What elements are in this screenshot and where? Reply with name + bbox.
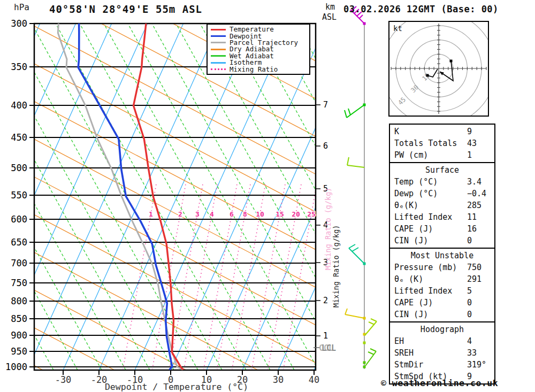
mixing-ratio-value: 20 (292, 210, 300, 218)
wind-barb-dot (363, 342, 366, 344)
wet-adiabat-line (128, 24, 318, 370)
table-row-value: 319° (467, 359, 486, 371)
table-row-value: 1 (467, 149, 472, 161)
table-row-value: 5 (467, 285, 472, 297)
table-row-value: −0.4 (467, 188, 486, 199)
km-tick-label: 2 (323, 296, 328, 305)
mixing-ratio-value: 3 (195, 210, 200, 218)
wet-adiabat-line (152, 24, 342, 370)
x-tick-label: 40 (309, 374, 319, 385)
legend-label: Mixing Ratio (230, 66, 278, 73)
wind-barb (345, 110, 347, 118)
table-row-value: 43 (467, 137, 477, 149)
table-section-header: Surface (390, 164, 494, 176)
mixing-ratio-value: 15 (276, 210, 284, 218)
table-row: Dewp (°C)−0.4 (390, 188, 494, 199)
pressure-tick-label: 850 (11, 313, 27, 324)
isotherm-line (171, 24, 327, 370)
pressure-tick-label: 950 (11, 346, 27, 357)
table-section: K9Totals Totals43PW (cm)1 (390, 125, 494, 162)
wind-barb (349, 248, 364, 264)
wind-barb (345, 309, 347, 314)
table-row-value: 285 (467, 199, 482, 211)
table-row-label: K (394, 127, 399, 136)
wind-barb-column (345, 6, 377, 369)
lcl-marker: CCL LCL (319, 343, 351, 353)
table-row: SREH33 (390, 347, 494, 359)
sounding-curves (58, 24, 183, 370)
pressure-tick-label: 700 (11, 258, 27, 268)
legend-swatch-dewpoint (211, 35, 226, 37)
table-row-value: 9 (467, 126, 472, 137)
table-row: PW (cm)1 (390, 149, 494, 161)
table-row: θₑ(K)285 (390, 199, 494, 211)
table-row-value: 0 (467, 235, 472, 247)
pressure-tick-label: 600 (11, 214, 27, 225)
table-row-label: CAPE (J) (394, 224, 433, 234)
pressure-tick-label: 500 (11, 163, 27, 173)
table-row-label: θₑ (K) (394, 274, 423, 284)
km-tick-label: 6 (323, 141, 328, 151)
hodograph-dot (426, 74, 429, 77)
mixing-ratio-labels: 12346810152025 (149, 210, 316, 218)
mixing-ratio-axis-label-pink: Mixing Ratio (g/kg) (324, 188, 332, 270)
isotherm-line (207, 24, 363, 370)
pressure-tick-label: 450 (11, 132, 27, 143)
wind-barb (368, 352, 374, 355)
mixing-ratio-value: 25 (307, 210, 316, 218)
table-row: Pressure (mb)750 (390, 262, 494, 273)
table-row-value: 4 (467, 335, 472, 347)
table-row: CAPE (J)16 (390, 223, 494, 235)
table-row-label: Lifted Index (394, 212, 452, 222)
pressure-tick-label: 350 (11, 62, 27, 72)
table-row-value: 33 (467, 347, 477, 359)
wet-adiabat-line (80, 24, 270, 370)
table-row: θₑ (K)291 (390, 273, 494, 285)
lcl-label: LCL (322, 343, 336, 353)
table-row-label: CAPE (J) (394, 298, 433, 308)
station-title: 40°58'N 28°49'E 55m ASL (37, 3, 214, 15)
km-tick-label: 7 (323, 100, 328, 110)
table-row-label: CIN (J) (394, 310, 428, 319)
table-row-value: 0 (467, 309, 472, 320)
isotherm-line (63, 24, 219, 370)
pressure-tick-label: 300 (11, 18, 27, 29)
skewt-page: 3003504004505005506006507007508008509009… (0, 0, 535, 392)
wind-barb (347, 157, 349, 165)
wind-barb (369, 322, 374, 325)
table-row-label: Lifted Index (394, 286, 452, 296)
isotherm-line (135, 24, 291, 370)
legend-swatch-dry-adiabat (211, 49, 226, 50)
copyright: © weatheronline.co.uk (381, 378, 498, 388)
table-row: Temp (°C)3.4 (390, 176, 494, 188)
pressure-tick-label: 800 (11, 296, 27, 306)
km-tick-label: 1 (323, 331, 328, 341)
wind-barb-dot (363, 362, 366, 364)
table-row-label: Pressure (mb) (394, 263, 457, 272)
pressure-tick-label: 1000 (5, 362, 27, 372)
table-row-label: EH (394, 336, 404, 346)
hodograph: 153045kt (381, 11, 496, 126)
wind-barb (371, 319, 377, 321)
wind-barb (352, 248, 358, 251)
wind-barb-dot (363, 104, 366, 106)
legend-box: TemperatureDewpointParcel TrajectoryDry … (207, 24, 310, 75)
pressure-tick-label: 550 (11, 190, 27, 201)
pressure-tick-label: 650 (11, 237, 27, 248)
table-row-label: Totals Totals (394, 139, 457, 148)
table-section-header: Hodograph (390, 324, 494, 335)
table-row: K9 (390, 126, 494, 137)
wind-barb-dot (363, 22, 366, 25)
x-axis-title: Dewpoint / Temperature (°C) (70, 382, 284, 392)
legend-swatch-wet-adiabat (211, 55, 226, 57)
table-row-label: PW (cm) (394, 150, 428, 160)
wet-adiabat-line (7, 24, 198, 370)
hodograph-dot (450, 60, 453, 63)
table-row: EH4 (390, 335, 494, 347)
wind-barb-dot (363, 317, 366, 320)
wet-adiabat-line (104, 24, 294, 370)
wind-barb (345, 314, 364, 318)
parcel-trajectory-curve (58, 24, 183, 370)
wet-adiabat-line (56, 24, 246, 370)
table-section-header: Most Unstable (390, 250, 494, 262)
